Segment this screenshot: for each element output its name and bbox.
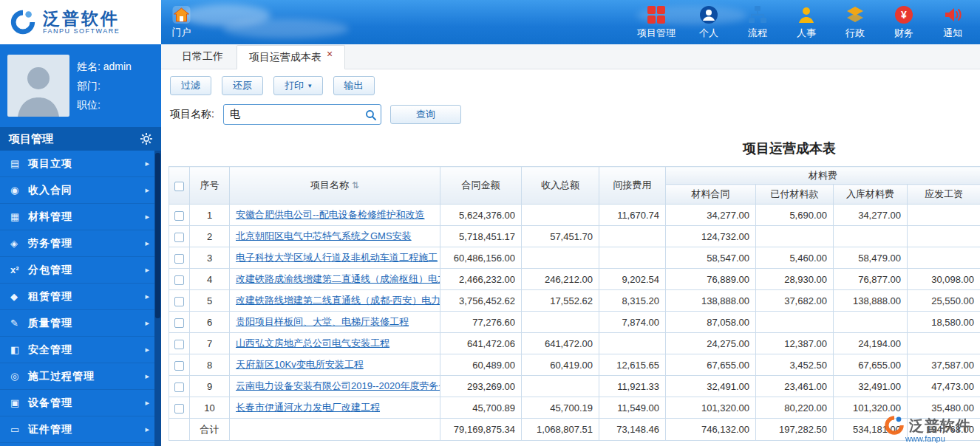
sidebar-item-lease-management[interactable]: ◆租赁管理▸ [0, 284, 161, 310]
portal-button[interactable]: 门户 [171, 5, 191, 39]
sidebar-item-project-initiation[interactable]: ▤项目立项▸ [0, 151, 161, 177]
finance-icon: ¥ [894, 5, 913, 24]
chevron-right-icon: ▸ [145, 265, 149, 275]
safety-management-icon: ◧ [10, 344, 28, 355]
cell-value: 18,580.00 [908, 312, 980, 333]
module-administration[interactable]: 行政 [840, 5, 871, 40]
cell-value: 60,419.00 [522, 354, 599, 376]
module-project-management[interactable]: 项目管理 [637, 5, 676, 40]
row-checkbox[interactable] [174, 275, 184, 285]
module-label: 个人 [699, 27, 718, 40]
brand-subtitle: FANPU SOFTWARE [43, 27, 120, 35]
construction-process-icon: ◎ [10, 371, 28, 382]
chevron-right-icon: ▸ [145, 159, 149, 168]
cell-value: 45,700.19 [522, 397, 599, 419]
project-link[interactable]: 云南电力设备安装有限公司2019--2020年度劳务分 [236, 380, 440, 391]
chevron-right-icon: ▸ [145, 212, 149, 222]
cell-value: 60,486,156.00 [440, 247, 522, 269]
sidebar-item-material-management[interactable]: ▦材料管理▸ [0, 204, 161, 230]
cell-value: 80,220.00 [756, 397, 834, 419]
project-link[interactable]: 山西弘文房地产总公司电气安装工程 [236, 337, 389, 349]
row-checkbox[interactable] [174, 382, 184, 392]
project-link[interactable]: 电子科技大学区域人行道及非机动车道工程施工 [236, 252, 438, 263]
cell-value: 124,732.00 [666, 226, 756, 247]
filter-button[interactable]: 过滤 [170, 76, 211, 95]
project-link[interactable]: 北京朝阳区电气中芯特气系统之GMS安装 [236, 230, 412, 241]
module-finance[interactable]: ¥ 财务 [888, 5, 919, 40]
cell-value: 35,480.00 [908, 397, 980, 419]
project-link[interactable]: 改建铁路成渝线增建第二直通线（成渝枢纽）电力 [236, 273, 440, 284]
project-link[interactable]: 安徽合肥供电公司--配电设备检修维护和改造 [236, 209, 425, 220]
tab-daily-work[interactable]: 日常工作 [170, 44, 235, 69]
project-link[interactable]: 贵阳项目样板间、大堂、电梯厅装修工程 [236, 316, 409, 327]
sidebar-item-safety-management[interactable]: ◧安全管理▸ [0, 337, 161, 363]
project-name-input[interactable] [224, 105, 383, 124]
sidebar-item-quality-management[interactable]: ✎质量管理▸ [0, 310, 161, 337]
gear-icon[interactable] [140, 133, 152, 145]
row-checkbox[interactable] [174, 340, 184, 349]
profile-position: 职位: [77, 95, 132, 114]
sidebar-item-construction-process[interactable]: ◎施工过程管理▸ [0, 363, 161, 390]
row-checkbox[interactable] [174, 254, 184, 264]
module-notification[interactable]: 通知 [937, 5, 968, 40]
output-button[interactable]: 输出 [333, 76, 375, 95]
cell-value [522, 376, 599, 397]
cell-value: 11,670.74 [599, 205, 666, 226]
project-link[interactable]: 天府新区10Kv变电所安装工程 [236, 359, 364, 370]
sidebar-scrollbar[interactable] [154, 151, 161, 446]
project-link[interactable]: 长春市伊通河水力发电厂改建工程 [236, 402, 380, 413]
modules-grid-icon [647, 5, 666, 24]
cell-value: 5,690.00 [756, 205, 834, 226]
row-checkbox[interactable] [174, 361, 184, 371]
cell-value: 28,930.00 [756, 269, 834, 290]
cell-value: 3,452.50 [756, 354, 834, 376]
row-checkbox[interactable] [174, 297, 184, 306]
select-all-checkbox[interactable] [174, 182, 184, 191]
tab-close-icon[interactable]: × [327, 49, 333, 59]
cell-value [756, 312, 834, 333]
row-checkbox[interactable] [174, 233, 184, 242]
print-button[interactable]: 打印 ▾ [273, 76, 323, 95]
tab-cost-report[interactable]: 项目运营成本表 × [237, 45, 345, 69]
row-checkbox[interactable] [174, 318, 184, 328]
cell-value: 641,472.00 [522, 333, 599, 354]
row-checkbox[interactable] [174, 404, 184, 414]
module-hr[interactable]: 人事 [791, 5, 822, 40]
module-workflow[interactable]: 流程 [742, 5, 773, 40]
report-area: 项目运营成本表 序号 项目名称⇅ 合同金额 收入总额 间接费用 材料费 [169, 140, 980, 441]
project-name-search-box [223, 104, 381, 125]
tab-label: 日常工作 [182, 50, 223, 64]
total-indirect: 73,148.46 [599, 419, 666, 441]
sidebar-item-income-contract[interactable]: ◉收入合同▸ [0, 177, 161, 204]
col-group-material: 材料费 [666, 167, 980, 185]
sidebar-item-subcontract-management[interactable]: x²分包管理▸ [0, 257, 161, 284]
svg-text:¥: ¥ [901, 9, 907, 21]
sidebar-item-labor-management[interactable]: ◈劳务管理▸ [0, 230, 161, 257]
cloud-decoration [223, 19, 349, 38]
row-index: 9 [190, 376, 230, 397]
project-link[interactable]: 改建铁路线增建第二线直通线（成都-西安）电力 [236, 295, 440, 306]
search-icon[interactable] [365, 109, 376, 120]
restore-button[interactable]: 还原 [222, 76, 263, 95]
sidebar-item-certificate-management[interactable]: ▭证件管理▸ [0, 416, 161, 443]
cell-value: 58,479.00 [834, 247, 908, 269]
certificate-management-icon: ▭ [10, 424, 28, 435]
sidebar-item-equipment-management[interactable]: ▣设备管理▸ [0, 390, 161, 416]
table-row: 4改建铁路成渝线增建第二直通线（成渝枢纽）电力2,466,232.00246,2… [169, 269, 980, 290]
module-personal[interactable]: 个人 [693, 5, 724, 40]
sidebar-scrollbar-thumb[interactable] [155, 153, 160, 318]
col-wages: 应发工资 [908, 185, 980, 205]
sidebar-item-label: 安全管理 [28, 343, 72, 357]
cell-value: 5,460.00 [756, 247, 834, 269]
query-button[interactable]: 查询 [390, 105, 461, 124]
chevron-right-icon: ▸ [145, 185, 149, 195]
sort-icon[interactable]: ⇅ [352, 180, 359, 191]
cell-value: 45,700.89 [440, 397, 522, 419]
row-checkbox[interactable] [174, 211, 184, 221]
topbar: 泛普软件 FANPU SOFTWARE 门户 项目管理 [0, 0, 980, 44]
total-income: 1,068,807.51 [522, 419, 599, 441]
total-row: 合计 79,169,875.34 1,068,807.51 73,148.46 … [169, 419, 980, 441]
total-label: 合计 [190, 419, 230, 441]
cell-value: 12,387.00 [756, 333, 834, 354]
cell-value: 3,756,452.62 [440, 290, 522, 312]
